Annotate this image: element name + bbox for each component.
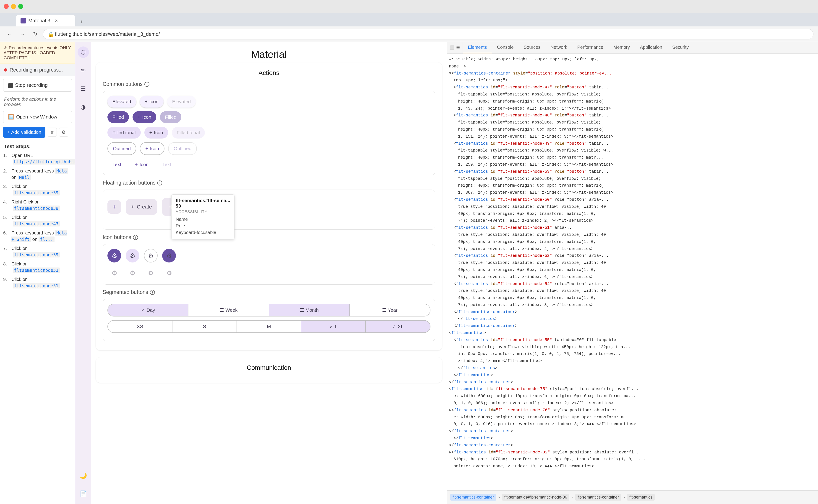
code-line: 40px; transform-origin: 0px 0px; transfo… xyxy=(449,294,816,301)
filled-icon-button[interactable]: + Icon xyxy=(132,111,156,123)
code-line: e; width: 600px; height: 10px; transform… xyxy=(449,393,816,400)
code-line: </flt-semantics-container> xyxy=(449,379,816,386)
fab-extended-label: Create xyxy=(137,204,152,210)
seg-l-button[interactable]: ✓ L xyxy=(301,321,366,332)
refresh-button[interactable]: ↻ xyxy=(30,29,40,39)
sidebar-item-darkmode[interactable]: 🌙 xyxy=(77,470,89,481)
code-line: ▶<flt-semantics id="flt-semantic-node-76… xyxy=(449,407,816,414)
devtools-content[interactable]: w: visible; width: 450px; height: 138px;… xyxy=(447,54,818,490)
seg-xs-button[interactable]: XS xyxy=(108,321,172,332)
filled-button-disabled: Filled xyxy=(160,111,181,123)
check-icon-2: ✓ xyxy=(329,324,334,329)
active-tab[interactable]: Material 3 ✕ xyxy=(16,15,75,26)
tab-network[interactable]: Network xyxy=(545,42,572,53)
seg-year-button[interactable]: ☰ Year xyxy=(350,304,430,316)
elevated-button[interactable]: Elevated xyxy=(107,96,136,108)
outlined-button[interactable]: Outlined xyxy=(107,142,136,155)
code-line: true style="position: absolute; overflow… xyxy=(449,231,816,238)
outlined-icon-button[interactable]: + Icon xyxy=(140,142,164,155)
code-line: pointer-events: none; z-index: 10;"> ◆◆◆… xyxy=(449,463,816,470)
icon-btn-selected[interactable]: ⚙ xyxy=(162,249,176,262)
elevated-icon-button[interactable]: + Icon xyxy=(140,96,163,108)
segmented-info[interactable]: i xyxy=(150,290,155,295)
plus-icon: + xyxy=(145,146,148,151)
filled-tonal-icon-button[interactable]: + Icon xyxy=(144,127,168,139)
test-steps-list: 1. Open URL https://flutter.github.io/sa… xyxy=(0,151,75,504)
fab-extended[interactable]: + Create xyxy=(126,199,157,215)
fab-small[interactable]: + xyxy=(107,200,121,214)
calendar-icon: ☰ xyxy=(220,307,224,313)
browser-window: Material 3 ✕ + ← → ↻ 🔒 flutter.github.io… xyxy=(0,0,818,504)
breadcrumb-flt-semantics[interactable]: flt-semantics xyxy=(627,494,655,501)
tab-close-button[interactable]: ✕ xyxy=(54,18,58,23)
seg-s-button[interactable]: S xyxy=(172,321,237,332)
code-line: <flt-semantics> xyxy=(449,329,816,337)
forward-button[interactable]: → xyxy=(17,29,27,39)
minimize-button[interactable] xyxy=(11,4,16,9)
address-bar[interactable]: 🔒 flutter.github.io/samples/web/material… xyxy=(43,29,813,39)
devtools-icon-device[interactable]: ☰ xyxy=(456,45,460,50)
open-new-window-button[interactable]: 🪟 Open New Window xyxy=(3,111,72,123)
settings-button[interactable]: ⚙ xyxy=(59,128,68,137)
breadcrumb-flt-semantics-container[interactable]: flt-semantics-container xyxy=(450,494,496,501)
sidebar-item-widgets[interactable]: ⬡ xyxy=(77,46,89,58)
seg-week-button[interactable]: ☰ Week xyxy=(188,304,269,316)
recording-indicator xyxy=(4,68,7,72)
hash-button[interactable]: # xyxy=(48,128,57,137)
warning-text: ⚠ Recorder captures events ONLY AFTER PA… xyxy=(4,45,71,60)
tab-sources[interactable]: Sources xyxy=(519,42,545,53)
sidebar-item-paint[interactable]: ✏ xyxy=(77,65,89,76)
lock-icon: 🔒 xyxy=(48,32,53,37)
seg-xl-button[interactable]: ✓ XL xyxy=(366,321,430,332)
stop-recording-button[interactable]: ⬛ Stop recording xyxy=(3,79,72,92)
tab-memory[interactable]: Memory xyxy=(608,42,635,53)
icon-buttons-info[interactable]: i xyxy=(133,235,138,240)
add-validation-row: + Add validation # ⚙ xyxy=(0,127,75,141)
icon-btn-filled[interactable]: ⚙ xyxy=(107,249,121,262)
tab-label: Material 3 xyxy=(28,18,50,24)
tab-security[interactable]: Security xyxy=(667,42,694,53)
open-window-label: Open New Window xyxy=(16,114,57,120)
filled-tonal-button[interactable]: Filled tonal xyxy=(107,127,141,139)
traffic-lights xyxy=(4,4,23,9)
code-line: tion: absolute; overflow: visible; width… xyxy=(449,344,816,351)
sidebar-item-docs[interactable]: 📄 xyxy=(77,488,89,499)
text-icon-button[interactable]: + Icon xyxy=(130,159,154,170)
fab-subtitle: Floating action buttons i xyxy=(103,180,435,186)
tab-application[interactable]: Application xyxy=(635,42,667,53)
sidebar-item-menu[interactable]: ☰ xyxy=(77,83,89,94)
calendar-icon-3: ☰ xyxy=(382,307,386,313)
elevated-button-disabled: Elevated xyxy=(167,96,196,108)
code-line: </flt-semantics> xyxy=(449,315,816,322)
icon-btn-outlined[interactable]: ⚙ xyxy=(144,249,157,262)
actions-section: Actions Common buttons i Elevated xyxy=(96,62,442,350)
step-row: 8. Click on fltsemanticnode53 xyxy=(3,259,72,275)
tab-performance[interactable]: Performance xyxy=(572,42,608,53)
fab-info[interactable]: i xyxy=(157,180,162,185)
gear-icon: ⚙ xyxy=(62,129,66,135)
seg-month-button[interactable]: ☰ Month xyxy=(269,304,350,316)
breadcrumb-flt-semantics-container-2[interactable]: flt-semantics-container xyxy=(575,494,621,501)
code-line: 0, 1, 0, 906); pointer-events: all; z-in… xyxy=(449,400,816,407)
code-line: 1, 151, 24); pointer-events: all; z-inde… xyxy=(449,133,816,140)
breadcrumb-flt-semantics-node-36[interactable]: flt-semantics#flt-semantic-node-36 xyxy=(502,494,569,501)
filled-button[interactable]: Filled xyxy=(107,111,129,123)
seg-day-button[interactable]: ✓ Day xyxy=(108,304,188,316)
back-button[interactable]: ← xyxy=(5,29,15,39)
code-line: flt-tappable style="position: absolute; … xyxy=(449,175,816,182)
tab-console[interactable]: Console xyxy=(492,42,518,53)
sidebar-item-theme[interactable]: ◑ xyxy=(77,101,89,113)
close-button[interactable] xyxy=(4,4,9,9)
text-button[interactable]: Text xyxy=(107,159,126,170)
communication-title: Communication xyxy=(103,364,435,371)
tab-elements[interactable]: Elements xyxy=(463,42,492,53)
maximize-button[interactable] xyxy=(18,4,23,9)
devtools-icon-inspect[interactable]: ⬜ xyxy=(449,45,454,50)
add-validation-button[interactable]: + Add validation xyxy=(3,127,45,138)
new-tab-button[interactable]: + xyxy=(77,17,86,26)
common-buttons-info[interactable]: i xyxy=(144,82,149,87)
recorder-warning: ⚠ Recorder captures events ONLY AFTER PA… xyxy=(0,42,75,64)
icon-btn-tonal[interactable]: ⚙ xyxy=(126,249,139,262)
seg-m-button[interactable]: M xyxy=(237,321,301,332)
step-row: 7. Click on fltsemanticnode39 xyxy=(3,244,72,259)
